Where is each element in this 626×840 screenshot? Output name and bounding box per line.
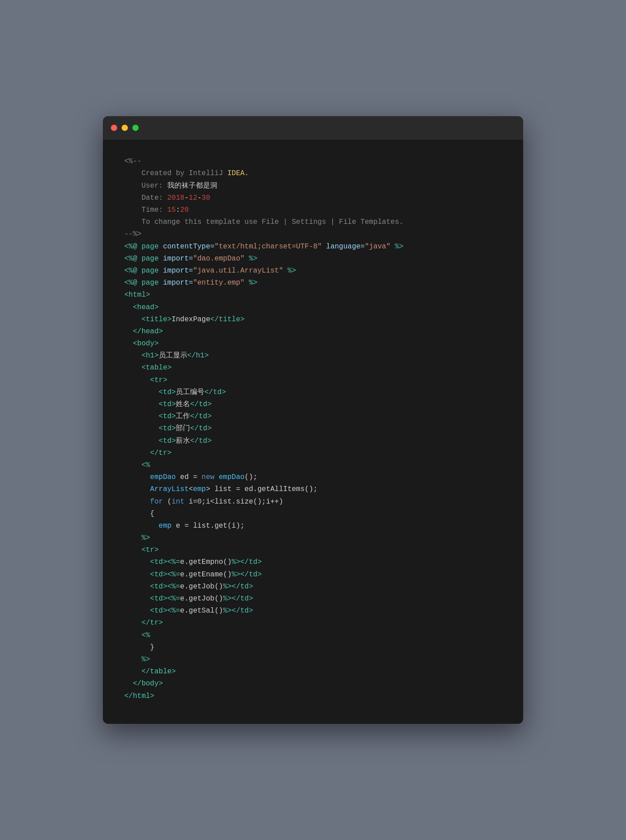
table-open: <table> <box>124 362 502 374</box>
comment-line-1: <%-- <box>124 155 502 168</box>
head-close: </head> <box>124 326 502 338</box>
body-open: <body> <box>124 338 502 350</box>
page-directive-4: <%@ page import="entity.emp" %> <box>124 277 502 289</box>
scriptlet-open-1: <% <box>124 459 502 471</box>
for-loop-line: for (int i=0;i<list.size();i++) <box>124 496 502 508</box>
brace-open-line: { <box>124 508 502 520</box>
head-open: <head> <box>124 302 502 314</box>
comment-close: --%> <box>124 228 502 240</box>
tr-open-2: <tr> <box>124 544 502 556</box>
minimize-button[interactable] <box>122 125 128 131</box>
td-name-header: <td>姓名</td> <box>124 399 502 411</box>
td-sal-data: <td><%=e.getSal()%></td> <box>124 605 502 617</box>
page-directive-1: <%@ page contentType="text/html;charset=… <box>124 241 502 253</box>
table-close: </table> <box>124 666 502 678</box>
code-editor: <%-- Created by IntelliJ IDEA. User: 我的袜… <box>103 139 523 723</box>
comment-line-2: Created by IntelliJ IDEA. <box>124 168 502 180</box>
brace-close-line: } <box>124 642 502 654</box>
comment-line-4: Date: 2018-12-30 <box>124 192 502 204</box>
comment-line-3: User: 我的袜子都是洞 <box>124 180 502 192</box>
td-empno-data: <td><%=e.getEmpno()%></td> <box>124 556 502 568</box>
html-close: </html> <box>124 690 502 702</box>
html-open: <html> <box>124 289 502 301</box>
arraylist-line: ArrayList<emp> list = ed.getAllItems(); <box>124 483 502 496</box>
titlebar <box>103 116 523 139</box>
comment-line-6: To change this template use File | Setti… <box>124 216 502 228</box>
td-job1-data: <td><%=e.getJob()%></td> <box>124 581 502 593</box>
page-directive-3: <%@ page import="java.util.ArrayList" %> <box>124 265 502 277</box>
close-button[interactable] <box>111 125 117 131</box>
td-job-header: <td>工作</td> <box>124 411 502 423</box>
h1-line: <h1>员工显示</h1> <box>124 350 502 362</box>
emp-get-line: emp e = list.get(i); <box>124 520 502 532</box>
comment-line-5: Time: 15:20 <box>124 204 502 216</box>
td-sal-header: <td>薪水</td> <box>124 435 502 447</box>
td-dept-header: <td>部门</td> <box>124 423 502 435</box>
td-job2-data: <td><%=e.getJob()%></td> <box>124 593 502 605</box>
tr-close-2: </tr> <box>124 617 502 629</box>
td-empno-header: <td>员工编号</td> <box>124 386 502 399</box>
scriptlet-close-2: %> <box>124 654 502 666</box>
tr-close-1: </tr> <box>124 447 502 459</box>
page-directive-2: <%@ page import="dao.empDao" %> <box>124 253 502 265</box>
maximize-button[interactable] <box>132 125 139 131</box>
tr-open-1: <tr> <box>124 374 502 386</box>
td-ename-data: <td><%=e.getEname()%></td> <box>124 569 502 581</box>
scriptlet-close-1: %> <box>124 532 502 544</box>
title-line: <title>IndexPage</title> <box>124 314 502 326</box>
body-close: </body> <box>124 678 502 690</box>
scriptlet-open-2: <% <box>124 630 502 642</box>
empdao-line: empDao ed = new empDao(); <box>124 471 502 483</box>
code-editor-window: <%-- Created by IntelliJ IDEA. User: 我的袜… <box>103 116 523 723</box>
